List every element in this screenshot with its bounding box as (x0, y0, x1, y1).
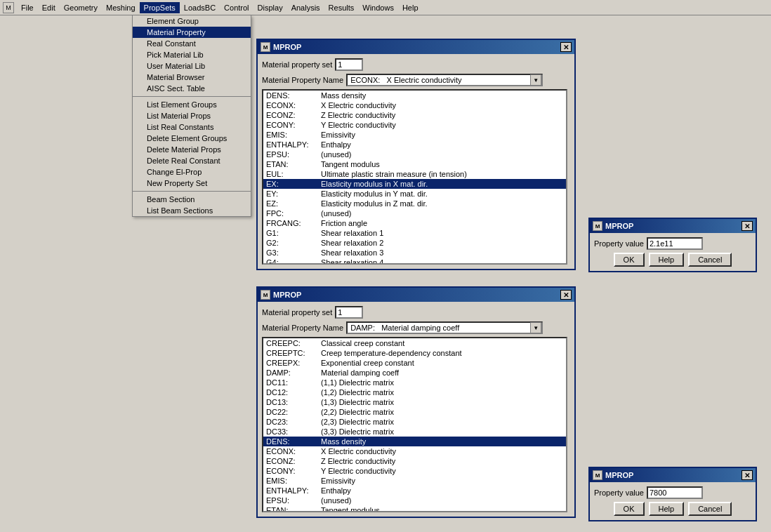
mprop-small1-ok-button[interactable]: OK (614, 253, 645, 267)
mprop1-icon: M (261, 42, 270, 52)
list-item[interactable]: CREEPC:Classical creep constant (263, 338, 566, 348)
menu-analysis[interactable]: Analysis (287, 2, 324, 13)
list-item[interactable]: ECONY:Y Electric conductivity (263, 120, 566, 130)
list-item[interactable]: ECONZ:Z Electric conductivity (263, 456, 566, 466)
menu-list-element-groups[interactable]: List Element Groups (133, 99, 251, 110)
list-item[interactable]: ECONZ:Z Electric conductivity (263, 110, 566, 120)
mprop1-matset-input[interactable] (335, 58, 363, 71)
menu-help[interactable]: Help (398, 2, 423, 13)
list-item[interactable]: FPC:(unused) (263, 208, 566, 218)
mprop2-matname-value: DAMP: Material damping coeff (348, 324, 530, 332)
list-item[interactable]: G1:Shear relaxation 1 (263, 228, 566, 238)
mprop-small1-cancel-button[interactable]: Cancel (688, 253, 732, 267)
menu-aisc-sect-table[interactable]: AISC Sect. Table (133, 83, 251, 94)
mprop-small1-prop-input[interactable] (647, 237, 703, 250)
mprop-small-2: M MPROP ✕ Property value OK Help Cancel (588, 467, 757, 521)
mprop-small1-help-button[interactable]: Help (649, 253, 685, 267)
mprop-small2-close-button[interactable]: ✕ (742, 470, 753, 480)
mprop-small2-ok-button[interactable]: OK (614, 502, 645, 516)
mprop-small1-close-button[interactable]: ✕ (742, 221, 753, 231)
mprop-small2-propval-row: Property value (594, 486, 751, 499)
mprop-small2-prop-input[interactable] (647, 486, 703, 499)
list-item[interactable]: ECONX:X Electric conductivity (263, 100, 566, 110)
menu-user-material-lib[interactable]: User Material Lib (133, 60, 251, 72)
list-item[interactable]: CREEPX:Exponential creep constant (263, 358, 566, 368)
menu-beam-section[interactable]: Beam Section (133, 194, 251, 205)
list-item[interactable]: DC23:(2,3) Dielectric matrix (263, 417, 566, 427)
list-item[interactable]: DC22:(2,2) Dielectric matrix (263, 407, 566, 417)
menu-delete-material-props[interactable]: Delete Material Props (133, 144, 251, 155)
mprop2-matset-input[interactable] (335, 306, 363, 319)
menu-control[interactable]: Control (220, 2, 253, 13)
menu-loadsbc[interactable]: LoadsBC (180, 2, 220, 13)
menu-meshing[interactable]: Meshing (102, 2, 140, 13)
menu-delete-element-groups[interactable]: Delete Element Groups (133, 133, 251, 144)
menu-list-material-props[interactable]: List Material Props (133, 110, 251, 121)
list-item[interactable]: DENS:Mass density (263, 91, 566, 100)
list-item[interactable]: FRCANG:Friction angle (263, 218, 566, 228)
list-item[interactable]: ECONY:Y Electric conductivity (263, 466, 566, 476)
mprop-window-2: M MPROP ✕ Material property set Material… (256, 286, 576, 518)
menu-geometry[interactable]: Geometry (60, 2, 102, 13)
mprop2-matset-label: Material property set (262, 308, 332, 317)
mprop-small1-titlebar: M MPROP ✕ (590, 219, 756, 233)
menu-pick-material-lib[interactable]: Pick Material Lib (133, 49, 251, 60)
mprop2-listbox[interactable]: CREEPC:Classical creep constant CREEPTC:… (262, 337, 567, 512)
mprop1-listbox[interactable]: DENS:Mass density ECONX:X Electric condu… (262, 89, 567, 265)
menu-element-group[interactable]: Element Group (133, 15, 251, 27)
menu-real-constant[interactable]: Real Constant (133, 38, 251, 49)
menu-material-browser[interactable]: Material Browser (133, 72, 251, 83)
divider-1 (133, 96, 251, 97)
menu-windows[interactable]: Windows (358, 2, 398, 13)
mprop1-close-button[interactable]: ✕ (560, 42, 572, 52)
list-item[interactable]: DC33:(3,3) Dielectric matrix (263, 427, 566, 437)
list-item[interactable]: DENS:Mass density (263, 437, 566, 446)
list-item[interactable]: ENTHALPY:Enthalpy (263, 486, 566, 496)
menu-edit[interactable]: Edit (38, 2, 60, 13)
mprop2-close-button[interactable]: ✕ (560, 290, 572, 300)
list-item[interactable]: EPSU:(unused) (263, 149, 566, 159)
menu-propsets[interactable]: PropSets (140, 2, 180, 13)
list-item[interactable]: G2:Shear relaxation 2 (263, 238, 566, 248)
list-item[interactable]: DC12:(1,2) Dielectric matrix (263, 387, 566, 397)
list-item[interactable]: ETAN:Tangent modulus (263, 159, 566, 169)
list-item[interactable]: DAMP:Material damping coeff (263, 368, 566, 378)
menu-display[interactable]: Display (253, 2, 287, 13)
mprop2-body: Material property set Material Property … (258, 302, 574, 517)
list-item[interactable]: ETAN:Tangent modulus (263, 505, 566, 512)
menu-list-beam-sections[interactable]: List Beam Sections (133, 205, 251, 216)
menu-list-real-constants[interactable]: List Real Constants (133, 121, 251, 133)
list-item[interactable]: EX:Elasticity modulus in X mat. dir. (263, 179, 566, 189)
list-item[interactable]: G4:Shear relaxation 4 (263, 258, 566, 265)
list-item[interactable]: G3:Shear relaxation 3 (263, 248, 566, 258)
mprop1-matname-value: ECONX: X Electric conductivity (348, 76, 530, 84)
menu-change-el-prop[interactable]: Change El-Prop (133, 166, 251, 178)
menu-material-property[interactable]: Material Property (133, 27, 251, 38)
list-item[interactable]: CREEPTC:Creep temperature-dependency con… (263, 348, 566, 358)
list-item[interactable]: EMIS:Emissivity (263, 476, 566, 486)
mprop1-listbox-container: DENS:Mass density ECONX:X Electric condu… (262, 89, 570, 265)
mprop-small2-cancel-button[interactable]: Cancel (688, 502, 732, 516)
mprop2-matname-row: Material Property Name DAMP: Material da… (262, 321, 570, 334)
mprop1-matname-dropdown-arrow[interactable]: ▼ (530, 74, 541, 86)
list-item[interactable]: DC11:(1,1) Dielectric matrix (263, 378, 566, 387)
list-item[interactable]: EUL:Ultimate plastic strain measure (in … (263, 169, 566, 179)
menu-new-property-set[interactable]: New Property Set (133, 178, 251, 189)
mprop-small2-body: Property value OK Help Cancel (590, 482, 756, 520)
list-item[interactable]: DC13:(1,3) Dielectric matrix (263, 397, 566, 407)
propsets-dropdown: Element Group Material Property Real Con… (132, 15, 251, 217)
list-item[interactable]: EPSU:(unused) (263, 496, 566, 505)
menu-file[interactable]: File (17, 2, 38, 13)
mprop-small1-buttons: OK Help Cancel (594, 253, 751, 267)
list-item[interactable]: EY:Elasticity modulus in Y mat. dir. (263, 189, 566, 199)
divider-2 (133, 191, 251, 192)
mprop2-matname-dropdown-arrow[interactable]: ▼ (530, 322, 541, 333)
menu-delete-real-constant[interactable]: Delete Real Constant (133, 155, 251, 166)
menu-results[interactable]: Results (324, 2, 359, 13)
mprop-small2-help-button[interactable]: Help (649, 502, 685, 516)
list-item[interactable]: ENTHALPY:Enthalpy (263, 140, 566, 149)
mprop-small2-title: M MPROP (593, 470, 633, 480)
list-item[interactable]: EMIS:Emissivity (263, 130, 566, 140)
list-item[interactable]: ECONX:X Electric conductivity (263, 446, 566, 456)
list-item[interactable]: EZ:Elasticity modulus in Z mat. dir. (263, 199, 566, 208)
